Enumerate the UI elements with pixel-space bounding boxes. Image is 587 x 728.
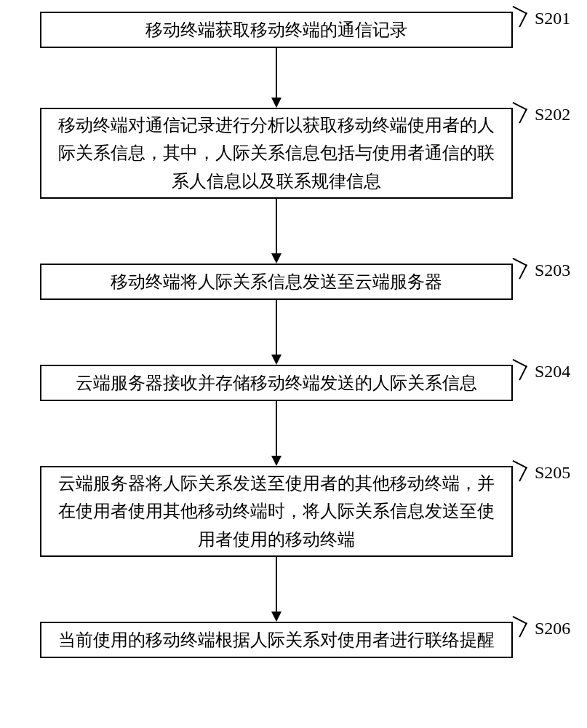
arrow-head <box>271 612 281 622</box>
step-label-s206: S206 <box>535 619 570 638</box>
step-text: 移动终端对通信记录进行分析以获取移动终端使用者的人际关系信息，其中，人际关系信息… <box>56 111 497 195</box>
step-label-s203: S203 <box>535 261 570 280</box>
arrow-head <box>271 355 281 365</box>
step-box-s204: 云端服务器接收并存储移动终端发送的人际关系信息 <box>40 365 513 401</box>
step-text: 移动终端获取移动终端的通信记录 <box>145 16 407 44</box>
arrow-head <box>271 98 281 108</box>
step-text: 当前使用的移动终端根据人际关系对使用者进行联络提醒 <box>58 626 495 654</box>
step-box-s201: 移动终端获取移动终端的通信记录 <box>40 12 513 48</box>
step-text: 移动终端将人际关系信息发送至云端服务器 <box>111 268 442 296</box>
step-text: 云端服务器接收并存储移动终端发送的人际关系信息 <box>76 369 477 397</box>
step-box-s205: 云端服务器将人际关系发送至使用者的其他移动终端，并在使用者使用其他移动终端时，将… <box>40 466 513 557</box>
arrow-line <box>276 557 277 612</box>
arrow-line <box>276 199 277 253</box>
step-box-s206: 当前使用的移动终端根据人际关系对使用者进行联络提醒 <box>40 622 513 658</box>
step-label-s201: S201 <box>535 9 570 28</box>
step-text: 云端服务器将人际关系发送至使用者的其他移动终端，并在使用者使用其他移动终端时，将… <box>56 470 497 553</box>
flowchart-container: 移动终端获取移动终端的通信记录 S201 移动终端对通信记录进行分析以获取移动终… <box>0 0 587 728</box>
arrow-line <box>276 401 277 456</box>
step-box-s203: 移动终端将人际关系信息发送至云端服务器 <box>40 264 513 300</box>
arrow-line <box>276 300 277 355</box>
arrow-head <box>271 456 281 466</box>
step-label-s205: S205 <box>535 463 570 483</box>
step-box-s202: 移动终端对通信记录进行分析以获取移动终端使用者的人际关系信息，其中，人际关系信息… <box>40 108 513 199</box>
arrow-head <box>271 253 281 264</box>
step-label-s202: S202 <box>535 105 570 124</box>
step-label-s204: S204 <box>535 362 570 381</box>
arrow-line <box>276 48 277 98</box>
